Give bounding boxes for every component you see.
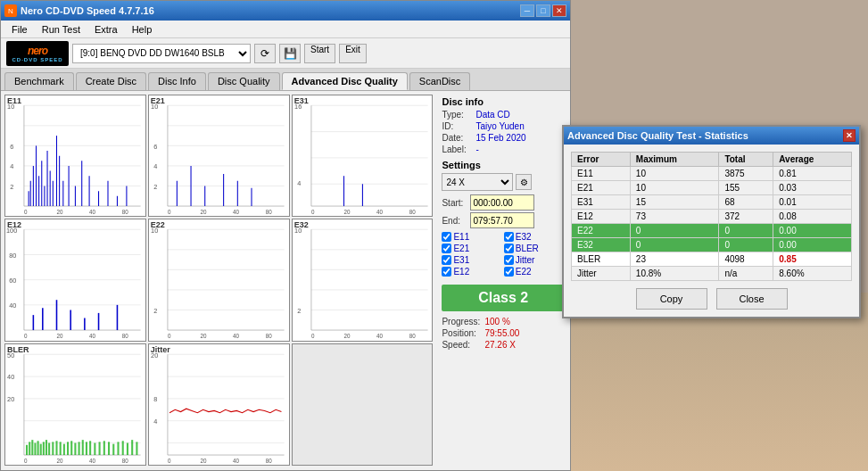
- popup-close-icon[interactable]: ✕: [843, 129, 856, 142]
- start-field[interactable]: [470, 194, 534, 211]
- svg-text:0: 0: [24, 209, 28, 215]
- tab-benchmark[interactable]: Benchmark: [4, 72, 74, 90]
- checkbox-group: E11 E32 E21 BLER: [442, 232, 565, 277]
- svg-text:80: 80: [265, 458, 271, 464]
- cell-total: 155: [719, 181, 773, 195]
- menu-extra[interactable]: Extra: [87, 22, 125, 37]
- svg-text:2: 2: [10, 183, 13, 191]
- cell-average: 0.85: [773, 252, 852, 267]
- close-button[interactable]: ✕: [552, 4, 566, 17]
- start-label: Start:: [442, 198, 470, 208]
- tab-scan-disc[interactable]: ScanDisc: [409, 72, 470, 90]
- save-button[interactable]: 💾: [279, 44, 301, 63]
- svg-rect-145: [43, 442, 45, 455]
- chart-jitter-label: Jitter: [151, 345, 170, 354]
- end-label: End:: [442, 216, 470, 226]
- cb-e32[interactable]: [504, 232, 514, 242]
- speed-set-button[interactable]: ⚙: [516, 174, 532, 190]
- svg-rect-169: [149, 344, 289, 465]
- table-row: E31 15 68 0.01: [572, 195, 852, 210]
- chart-e21: E21 10 6 4 2 0 20 40 80: [148, 95, 290, 217]
- cb-jitter[interactable]: [504, 255, 514, 265]
- svg-rect-146: [45, 440, 47, 455]
- svg-text:60: 60: [9, 277, 16, 285]
- svg-rect-142: [34, 442, 36, 455]
- nero-product: CD·DVD SPEED: [12, 57, 62, 62]
- svg-text:20: 20: [343, 333, 350, 339]
- minimize-button[interactable]: ─: [520, 4, 534, 17]
- speed-label: Speed:: [442, 340, 484, 350]
- svg-text:40: 40: [233, 458, 239, 464]
- charts-area: E11 10 6 4 2: [1, 91, 436, 469]
- progress-label: Progress:: [442, 317, 484, 326]
- svg-rect-141: [31, 440, 33, 455]
- tab-disc-quality[interactable]: Disc Quality: [208, 72, 280, 90]
- cb-e22-label: E22: [516, 267, 532, 277]
- speed-row-prog: Speed: 27.26 X: [442, 340, 565, 350]
- svg-text:40: 40: [376, 333, 383, 339]
- tab-advanced-disc-quality[interactable]: Advanced Disc Quality: [282, 72, 408, 90]
- menu-help[interactable]: Help: [125, 22, 160, 37]
- cell-error: E31: [572, 195, 631, 210]
- start-button[interactable]: Start: [304, 44, 335, 63]
- speed-selector[interactable]: 24 X: [442, 173, 513, 191]
- cb-e31-row: E31: [442, 255, 502, 265]
- svg-rect-157: [86, 442, 87, 455]
- cell-total: 372: [719, 210, 773, 224]
- copy-button[interactable]: Copy: [636, 288, 707, 310]
- svg-rect-151: [63, 443, 65, 454]
- end-field[interactable]: [470, 212, 534, 228]
- menu-run-test[interactable]: Run Test: [35, 22, 87, 37]
- cb-e12-label: E12: [453, 267, 469, 277]
- menu-file[interactable]: File: [4, 22, 35, 37]
- popup-buttons: Copy Close: [571, 288, 852, 310]
- maximize-button[interactable]: □: [536, 4, 550, 17]
- cb-e31[interactable]: [442, 255, 451, 265]
- refresh-button[interactable]: ⟳: [254, 44, 276, 63]
- content-area: E11 10 6 4 2: [1, 91, 570, 469]
- cb-e21[interactable]: [442, 244, 451, 253]
- chart-e11: E11 10 6 4 2: [4, 95, 146, 217]
- table-row: E21 10 155 0.03: [572, 181, 852, 195]
- cell-error: Jitter: [572, 267, 631, 281]
- tab-create-disc[interactable]: Create Disc: [76, 72, 146, 90]
- cell-error: E11: [572, 167, 631, 181]
- tabs: Benchmark Create Disc Disc Info Disc Qua…: [1, 69, 570, 91]
- chart-e32-label: E32: [294, 220, 309, 229]
- cell-error: BLER: [572, 252, 631, 267]
- svg-rect-159: [94, 442, 95, 455]
- cb-e11-row: E11: [442, 232, 502, 242]
- cb-bler[interactable]: [504, 244, 514, 253]
- svg-rect-149: [55, 441, 57, 455]
- exit-button[interactable]: Exit: [339, 44, 367, 63]
- main-window: N Nero CD-DVD Speed 4.7.7.16 ─ □ ✕ File …: [0, 0, 571, 471]
- tab-disc-info[interactable]: Disc Info: [148, 72, 206, 90]
- svg-rect-147: [48, 442, 50, 455]
- svg-rect-37: [149, 95, 289, 216]
- menu-bar: File Run Test Extra Help: [1, 21, 570, 38]
- table-row: E11 10 3875 0.81: [572, 167, 852, 181]
- svg-rect-140: [29, 442, 30, 455]
- popup-content: Error Maximum Total Average E11 10 3875 …: [564, 145, 859, 317]
- window-title: Nero CD-DVD Speed 4.7.7.16: [21, 5, 154, 16]
- col-total: Total: [719, 153, 773, 167]
- cell-maximum: 10: [630, 181, 719, 195]
- svg-text:20: 20: [343, 209, 350, 215]
- close-button[interactable]: Close: [716, 288, 788, 310]
- cell-average: 0.03: [773, 181, 852, 195]
- col-maximum: Maximum: [630, 153, 719, 167]
- drive-selector[interactable]: [9:0] BENQ DVD DD DW1640 BSLB: [72, 44, 251, 63]
- svg-rect-161: [103, 441, 105, 455]
- cell-total: 0: [719, 238, 773, 252]
- cb-e12[interactable]: [442, 267, 451, 277]
- cb-e21-label: E21: [453, 244, 469, 253]
- info-panel: Disc info Type: Data CD ID: Taiyo Yuden …: [436, 91, 570, 469]
- disc-id-row: ID: Taiyo Yuden: [442, 121, 565, 131]
- cb-e22[interactable]: [504, 267, 514, 277]
- cell-total: n/a: [719, 267, 773, 281]
- table-row-e32: E32 0 0 0.00: [572, 238, 852, 252]
- app-icon: N: [4, 4, 17, 17]
- cb-e31-label: E31: [453, 255, 469, 265]
- cb-e11[interactable]: [442, 232, 451, 242]
- progress-row: Progress: 100 %: [442, 317, 565, 326]
